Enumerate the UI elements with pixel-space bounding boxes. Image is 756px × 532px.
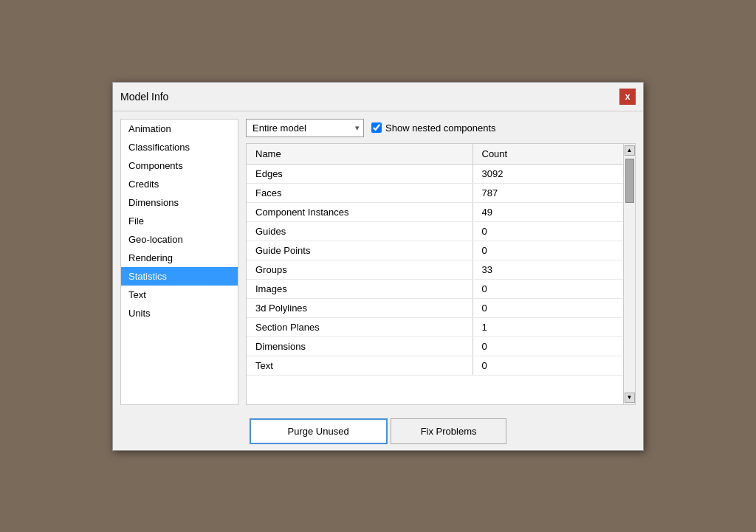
model-info-dialog: Model Info x AnimationClassificationsCom… — [112, 82, 644, 451]
table-row: Faces787 — [247, 183, 623, 202]
dialog-footer: Purge Unused Fix Problems — [113, 412, 643, 450]
table-row: Component Instances49 — [247, 202, 623, 221]
model-scope-select[interactable]: Entire modelSelection only — [246, 119, 364, 137]
row-count: 49 — [472, 202, 623, 221]
dialog-title: Model Info — [120, 91, 168, 103]
row-name: Images — [247, 279, 472, 298]
sidebar-item-dimensions[interactable]: Dimensions — [121, 193, 238, 212]
close-button[interactable]: x — [619, 89, 636, 105]
fix-problems-button[interactable]: Fix Problems — [391, 418, 507, 444]
row-name: Guide Points — [247, 241, 472, 260]
purge-unused-button[interactable]: Purge Unused — [250, 418, 388, 444]
row-count: 0 — [472, 279, 623, 298]
sidebar-item-components[interactable]: Components — [121, 156, 238, 175]
row-count: 0 — [472, 356, 623, 375]
row-name: Section Planes — [247, 317, 472, 336]
col-name-header: Name — [247, 144, 472, 165]
scroll-up-arrow[interactable]: ▲ — [625, 145, 635, 156]
dialog-body: AnimationClassificationsComponentsCredit… — [113, 111, 643, 412]
table-row: Guide Points0 — [247, 241, 623, 260]
table-row: Text0 — [247, 356, 623, 375]
row-name: Faces — [247, 183, 472, 202]
stats-table: Name Count Edges3092Faces787Component In… — [247, 144, 623, 376]
sidebar-item-classifications[interactable]: Classifications — [121, 138, 238, 156]
row-count: 33 — [472, 260, 623, 279]
col-count-header: Count — [472, 144, 623, 165]
row-name: 3d Polylines — [247, 298, 472, 317]
table-row: Edges3092 — [247, 164, 623, 183]
row-count: 0 — [472, 336, 623, 356]
main-content: Entire modelSelection only ▾ Show nested… — [246, 119, 636, 405]
row-name: Text — [247, 356, 472, 375]
row-name: Groups — [247, 260, 472, 279]
toolbar: Entire modelSelection only ▾ Show nested… — [246, 119, 636, 137]
sidebar-item-file[interactable]: File — [121, 212, 238, 230]
title-bar: Model Info x — [113, 83, 643, 111]
table-row: Groups33 — [247, 260, 623, 279]
nested-components-checkbox[interactable] — [371, 122, 382, 133]
table-scroll-area[interactable]: Name Count Edges3092Faces787Component In… — [247, 144, 623, 404]
row-name: Component Instances — [247, 202, 472, 221]
nested-components-text: Show nested components — [385, 122, 496, 134]
row-count: 1 — [472, 317, 623, 336]
row-name: Edges — [247, 164, 472, 183]
row-count: 787 — [472, 183, 623, 202]
sidebar-item-units[interactable]: Units — [121, 304, 238, 322]
scroll-down-arrow[interactable]: ▼ — [625, 393, 635, 403]
sidebar-item-rendering[interactable]: Rendering — [121, 249, 238, 267]
table-row: Guides0 — [247, 221, 623, 241]
row-count: 0 — [472, 241, 623, 260]
row-count: 0 — [472, 298, 623, 317]
sidebar-item-statistics[interactable]: Statistics — [121, 267, 238, 286]
model-scope-select-wrapper: Entire modelSelection only ▾ — [246, 119, 364, 137]
row-count: 0 — [472, 221, 623, 241]
sidebar-item-credits[interactable]: Credits — [121, 175, 238, 193]
nested-components-label[interactable]: Show nested components — [371, 122, 496, 134]
sidebar-item-geo-location[interactable]: Geo-location — [121, 230, 238, 249]
table-row: Section Planes1 — [247, 317, 623, 336]
stats-table-wrapper: Name Count Edges3092Faces787Component In… — [246, 143, 636, 405]
scrollbar-thumb[interactable] — [625, 159, 634, 203]
sidebar: AnimationClassificationsComponentsCredit… — [120, 119, 238, 405]
row-name: Dimensions — [247, 336, 472, 356]
table-row: Dimensions0 — [247, 336, 623, 356]
table-row: 3d Polylines0 — [247, 298, 623, 317]
scrollbar-track: ▲ ▼ — [623, 144, 635, 404]
sidebar-item-animation[interactable]: Animation — [121, 120, 238, 138]
sidebar-item-text[interactable]: Text — [121, 286, 238, 304]
table-row: Images0 — [247, 279, 623, 298]
row-count: 3092 — [472, 164, 623, 183]
row-name: Guides — [247, 221, 472, 241]
